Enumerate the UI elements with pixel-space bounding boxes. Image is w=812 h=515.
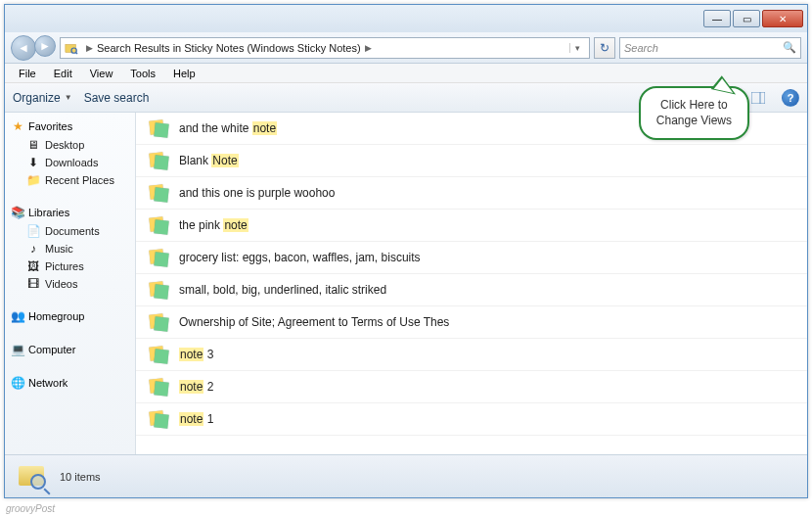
result-title: note 1 [179, 412, 213, 426]
search-result-item[interactable]: small, bold, big, underlined, italic str… [136, 274, 807, 306]
sidebar-homegroup[interactable]: 👥Homegroup [5, 306, 135, 326]
result-title: note 3 [179, 348, 213, 361]
preview-pane-button[interactable] [746, 87, 770, 109]
menu-view[interactable]: View [82, 66, 121, 81]
search-result-item[interactable]: and this one is purple woohoo [136, 177, 807, 210]
result-title: Ownership of Site; Agreement to Terms of… [179, 315, 449, 329]
menu-bar: File Edit View Tools Help [5, 64, 807, 83]
menu-edit[interactable]: Edit [46, 66, 80, 81]
sidebar-item-videos[interactable]: 🎞Videos [5, 275, 135, 293]
sidebar-computer[interactable]: 💻Computer [5, 340, 135, 359]
help-button[interactable]: ? [782, 89, 799, 107]
downloads-icon: ⬇ [26, 156, 40, 169]
item-count-label: 10 items [60, 471, 101, 483]
address-path: Search Results in Sticky Notes (Windows … [97, 42, 361, 54]
navigation-pane: ★Favorites 🖥Desktop ⬇Downloads 📁Recent P… [5, 113, 136, 454]
search-folder-icon [65, 41, 78, 55]
nav-buttons: ◄ ► [11, 35, 56, 61]
desktop-icon: 🖥 [26, 138, 40, 152]
search-result-item[interactable]: note 2 [136, 371, 807, 403]
forward-button[interactable]: ► [34, 35, 56, 57]
search-input[interactable]: Search 🔍 [619, 37, 801, 59]
sticky-note-icon [148, 215, 169, 235]
sidebar-network[interactable]: 🌐Network [5, 373, 135, 393]
sidebar-libraries[interactable]: 📚Libraries [5, 203, 135, 222]
sidebar-item-music[interactable]: ♪Music [5, 240, 135, 258]
documents-icon: 📄 [26, 224, 40, 238]
address-bar[interactable]: ▶ Search Results in Sticky Notes (Window… [60, 37, 590, 59]
results-list: and the white noteBlank Noteand this one… [136, 113, 807, 454]
address-history-dropdown[interactable]: ▾ [569, 43, 585, 53]
sidebar-item-downloads[interactable]: ⬇Downloads [5, 154, 135, 171]
search-result-item[interactable]: note 3 [136, 339, 807, 371]
organize-button[interactable]: Organize▼ [13, 91, 72, 105]
star-icon: ★ [11, 119, 24, 133]
sticky-note-icon [148, 377, 169, 397]
search-results-icon [17, 460, 50, 493]
result-title: and this one is purple woohoo [179, 186, 335, 200]
sticky-note-icon [148, 312, 169, 332]
network-icon: 🌐 [11, 376, 24, 390]
sticky-note-icon [148, 280, 169, 300]
sticky-note-icon [148, 118, 169, 138]
result-title: small, bold, big, underlined, italic str… [179, 283, 386, 297]
back-button[interactable]: ◄ [11, 35, 36, 61]
explorer-window: — ▭ ✕ ◄ ► ▶ Search Results in Sticky Not… [4, 4, 808, 498]
close-button[interactable]: ✕ [762, 10, 803, 27]
nav-bar: ◄ ► ▶ Search Results in Sticky Notes (Wi… [5, 32, 807, 64]
svg-rect-9 [751, 92, 765, 104]
recent-icon: 📁 [26, 173, 40, 187]
sticky-note-icon [148, 345, 169, 364]
sidebar-item-recent-places[interactable]: 📁Recent Places [5, 171, 135, 189]
search-icon[interactable]: 🔍 [783, 41, 796, 54]
result-title: Blank Note [179, 154, 239, 167]
search-result-item[interactable]: Blank Note [136, 145, 807, 177]
sticky-note-icon [148, 151, 169, 170]
music-icon: ♪ [26, 242, 40, 256]
search-result-item[interactable]: Ownership of Site; Agreement to Terms of… [136, 306, 807, 339]
watermark: groovyPost [6, 503, 55, 514]
sidebar-item-pictures[interactable]: 🖼Pictures [5, 258, 135, 275]
minimize-button[interactable]: — [703, 10, 731, 27]
details-pane: 10 items [5, 454, 807, 497]
sidebar-item-documents[interactable]: 📄Documents [5, 222, 135, 240]
breadcrumb-sep-icon: ▶ [365, 43, 372, 53]
menu-tools[interactable]: Tools [122, 66, 163, 81]
sidebar-favorites[interactable]: ★Favorites [5, 117, 135, 136]
result-title: note 2 [179, 380, 213, 394]
sticky-note-icon [148, 248, 169, 267]
svg-line-2 [75, 52, 77, 54]
chevron-down-icon: ▼ [65, 93, 72, 102]
homegroup-icon: 👥 [11, 309, 24, 323]
sidebar-item-desktop[interactable]: 🖥Desktop [5, 136, 135, 154]
search-placeholder: Search [624, 42, 658, 54]
search-result-item[interactable]: grocery list: eggs, bacon, waffles, jam,… [136, 242, 807, 274]
libraries-icon: 📚 [11, 206, 24, 219]
search-result-item[interactable]: the pink note [136, 210, 807, 242]
breadcrumb-sep-icon: ▶ [86, 43, 93, 53]
titlebar: — ▭ ✕ [5, 5, 807, 32]
videos-icon: 🎞 [26, 277, 40, 291]
sticky-note-icon [148, 183, 169, 203]
body: ★Favorites 🖥Desktop ⬇Downloads 📁Recent P… [5, 113, 807, 454]
maximize-button[interactable]: ▭ [733, 10, 760, 27]
result-title: the pink note [179, 218, 248, 232]
menu-file[interactable]: File [11, 66, 44, 81]
menu-help[interactable]: Help [165, 66, 203, 81]
save-search-button[interactable]: Save search [84, 91, 150, 105]
search-result-item[interactable]: note 1 [136, 403, 807, 436]
result-title: grocery list: eggs, bacon, waffles, jam,… [179, 251, 421, 264]
preview-pane-icon [751, 92, 765, 104]
result-title: and the white note [179, 121, 277, 135]
pictures-icon: 🖼 [26, 259, 40, 273]
computer-icon: 💻 [11, 343, 24, 356]
refresh-button[interactable]: ↻ [594, 37, 615, 59]
annotation-callout: Click Here to Change Views [639, 86, 749, 140]
sticky-note-icon [148, 409, 169, 429]
